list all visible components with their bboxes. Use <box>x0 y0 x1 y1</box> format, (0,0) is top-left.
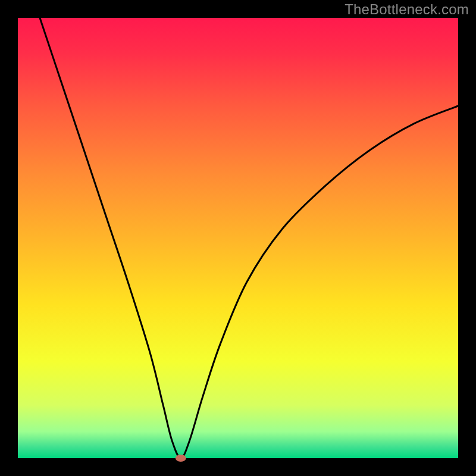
optimum-marker <box>176 455 186 462</box>
bottleneck-chart <box>0 0 476 476</box>
gradient-background <box>18 18 458 458</box>
watermark-text: TheBottleneck.com <box>345 1 469 18</box>
chart-frame: TheBottleneck.com <box>0 0 476 476</box>
